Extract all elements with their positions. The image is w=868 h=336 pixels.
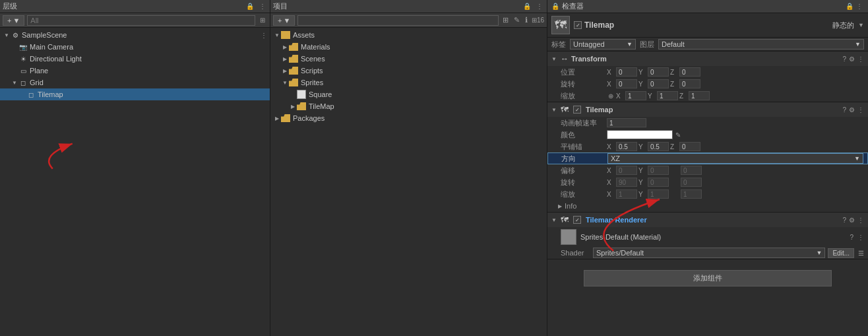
ts-y-input[interactable]: 1 — [648, 189, 669, 199]
ts-x-input[interactable]: 1 — [616, 189, 637, 199]
hierarchy-filter-button[interactable]: ⊞ — [258, 16, 267, 24]
pos-y-label: Y — [638, 69, 646, 76]
project-icon1[interactable]: ⊞ — [501, 15, 510, 25]
renderer-section-header[interactable]: ▼ 🗺 ✓ Tilemap Renderer ? ⚙ ⋮ — [547, 213, 868, 227]
dir-fields: XZ ▼ — [607, 153, 863, 164]
transform-help-icon[interactable]: ? — [842, 55, 846, 63]
tree-item-grid[interactable]: ▼ ◻ Grid — [0, 77, 270, 88]
dir-value: XZ — [611, 154, 620, 162]
folder-icon-scripts — [289, 67, 298, 75]
offset-x-input[interactable]: 0 — [616, 166, 637, 175]
project-icon3[interactable]: ℹ — [524, 15, 529, 25]
tilemap-section-header[interactable]: ▼ 🗺 ✓ Tilemap ? ⚙ ⋮ — [547, 102, 868, 117]
transform-more-icon[interactable]: ⋮ — [857, 55, 864, 63]
shader-menu-icon[interactable]: ☰ — [858, 250, 864, 257]
hierarchy-search-input[interactable] — [27, 15, 255, 26]
hierarchy-menu-icon[interactable]: ⋮ — [258, 2, 267, 11]
layer-dropdown[interactable]: Default ▼ — [658, 39, 864, 50]
material-help-icon[interactable]: ? — [850, 234, 853, 241]
component-active-checkbox[interactable]: ✓ — [574, 21, 582, 29]
inspector-lock-icon[interactable]: 🔒 — [551, 3, 559, 10]
rot-x-input[interactable]: 0 — [616, 79, 637, 88]
project-search-input[interactable] — [297, 15, 499, 26]
folder-arrow-sprites: ▼ — [281, 80, 289, 86]
spread-y-input[interactable]: 0.5 — [648, 142, 669, 151]
renderer-settings-icon[interactable]: ⚙ — [849, 217, 855, 224]
tree-item-plane[interactable]: ▭ Plane — [0, 65, 270, 77]
tilemap-checkbox[interactable]: ✓ — [573, 106, 581, 114]
folder-arrow-scripts: ▶ — [281, 68, 289, 74]
inspector-header-menu[interactable]: ⋮ — [855, 2, 864, 11]
tree-options-samplescene[interactable]: ⋮ — [261, 32, 267, 39]
tree-item-samplescene[interactable]: ▼ ⚙ SampleScene ⋮ — [0, 29, 270, 41]
project-add-button[interactable]: + ▼ — [273, 15, 295, 26]
shader-dropdown[interactable]: Sprites/Default ▼ — [593, 248, 825, 258]
tree-item-directionallight[interactable]: ☀ Directional Light — [0, 53, 270, 65]
rot-z-input[interactable]: 0 — [679, 79, 700, 88]
shader-edit-button[interactable]: Edit... — [828, 248, 854, 258]
renderer-checkbox[interactable]: ✓ — [573, 216, 581, 224]
tr-y-input[interactable]: 0 — [648, 178, 669, 187]
scale-y-input[interactable]: 1 — [657, 91, 678, 100]
inspector-header-lock2[interactable]: 🔒 — [844, 2, 855, 11]
folder-item-packages[interactable]: ▶ Packages — [270, 112, 547, 124]
folder-item-materials[interactable]: ▶ Materials — [270, 41, 547, 53]
transform-toggle-icon: ▼ — [551, 56, 558, 62]
tree-item-tilemap[interactable]: ◻ Tilemap — [0, 88, 270, 100]
project-lock-icon[interactable]: 🔒 — [522, 2, 532, 11]
scale-fields: ⊕ X 1 Y 1 Z 1 — [607, 91, 864, 100]
folder-item-square[interactable]: Square — [270, 88, 547, 100]
folder-icon-assets — [281, 31, 290, 39]
transform-settings-icon[interactable]: ⚙ — [849, 55, 855, 63]
tilerotate-fields: X 90 Y 0 0 — [607, 178, 864, 187]
renderer-help-icon[interactable]: ? — [842, 217, 846, 224]
folder-item-assets[interactable]: ▼ Assets — [270, 29, 547, 41]
spread-z-input[interactable]: 0 — [679, 142, 700, 151]
folder-arrow-packages: ▶ — [273, 116, 281, 121]
folder-item-tilemap[interactable]: ▶ TileMap — [270, 100, 547, 112]
spread-label: 平铺锚 — [561, 142, 607, 152]
add-component-button[interactable]: 添加组件 — [584, 270, 832, 286]
tree-item-maincamera[interactable]: 📷 Main Camera — [0, 41, 270, 53]
folder-item-scenes[interactable]: ▶ Scenes — [270, 53, 547, 65]
color-picker-icon[interactable]: ✎ — [675, 131, 681, 139]
spread-x-label: X — [607, 143, 615, 151]
tilemap-more-icon[interactable]: ⋮ — [857, 106, 864, 114]
pos-z-input[interactable]: 0 — [679, 67, 700, 77]
project-menu-icon[interactable]: ⋮ — [535, 2, 544, 11]
folder-item-scripts[interactable]: ▶ Scripts — [270, 65, 547, 77]
tree-label-tilemap: Tilemap — [38, 90, 63, 98]
offset-z-input[interactable]: 0 — [681, 166, 702, 175]
material-more-icon[interactable]: ⋮ — [857, 234, 864, 241]
ts-z-input[interactable]: 1 — [681, 189, 702, 199]
rot-y-input[interactable]: 0 — [648, 79, 669, 88]
scale-z-input[interactable]: 1 — [689, 91, 710, 100]
tilemap-help-icon[interactable]: ? — [842, 106, 846, 114]
hierarchy-add-button[interactable]: + ▼ — [3, 15, 24, 26]
renderer-more-icon[interactable]: ⋮ — [857, 217, 864, 224]
pos-y-input[interactable]: 0 — [648, 67, 669, 77]
scale-x-input[interactable]: 1 — [625, 91, 646, 100]
hierarchy-tree: ▼ ⚙ SampleScene ⋮ 📷 Main Camera ☀ Direct… — [0, 28, 270, 102]
shader-label: Shader — [561, 249, 590, 257]
dir-dropdown[interactable]: XZ ▼ — [607, 153, 863, 164]
anim-rate-input[interactable]: 1 — [607, 118, 646, 127]
folder-item-sprites[interactable]: ▼ Sprites — [270, 77, 547, 88]
pos-x-input[interactable]: 0 — [616, 67, 637, 77]
transform-section-header[interactable]: ▼ ↔ Transform ? ⚙ ⋮ — [547, 51, 868, 66]
file-icon-square — [297, 90, 306, 99]
info-row[interactable]: ▶ Info — [547, 200, 868, 212]
offset-y-input[interactable]: 0 — [648, 166, 669, 175]
tilemap-settings-icon[interactable]: ⚙ — [849, 106, 855, 114]
color-preview[interactable] — [607, 130, 673, 139]
rotation-label: 旋转 — [561, 79, 607, 89]
hierarchy-lock-icon[interactable]: 🔒 — [245, 2, 255, 11]
tree-arrow-tilemap — [18, 90, 26, 98]
tr-z-input[interactable]: 0 — [681, 178, 702, 187]
tr-x-input[interactable]: 90 — [616, 178, 637, 187]
inspector-title: 检查器 — [562, 1, 844, 11]
tag-dropdown[interactable]: Untagged ▼ — [570, 39, 636, 50]
project-icon2[interactable]: ✎ — [512, 15, 521, 25]
static-dropdown[interactable]: ▼ — [858, 22, 864, 28]
spread-x-input[interactable]: 0.5 — [616, 142, 637, 151]
